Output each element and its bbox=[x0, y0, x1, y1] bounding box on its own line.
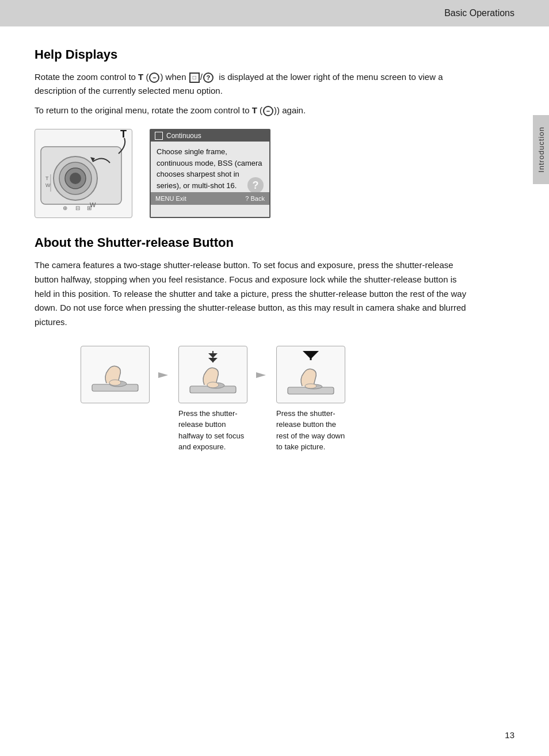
menu-footer-right: ? Back bbox=[245, 194, 265, 204]
arrow-svg-2 bbox=[253, 366, 270, 384]
shutter-release-section: About the Shutter-release Button The cam… bbox=[35, 235, 472, 453]
para1-text1: Rotate the zoom control to bbox=[35, 72, 138, 82]
header-bar: Basic Operations bbox=[0, 0, 549, 26]
para2-T: T bbox=[252, 105, 257, 115]
side-tab: Introduction bbox=[533, 115, 549, 184]
shutter-diagrams: Press the shutter-release button halfway… bbox=[81, 346, 472, 453]
header-title: Basic Operations bbox=[444, 8, 514, 18]
svg-point-23 bbox=[207, 382, 219, 388]
svg-marker-24 bbox=[256, 372, 266, 378]
menu-header-text: Continuous bbox=[166, 132, 201, 140]
menu-screen-footer: MENU Exit ? Back bbox=[151, 192, 269, 205]
help-displays-para2: To return to the original menu, rotate t… bbox=[35, 104, 472, 117]
page-number: 13 bbox=[505, 730, 514, 740]
menu-screen-illustration: Continuous Choose single frame, continuo… bbox=[150, 129, 270, 218]
shutter-svg-1 bbox=[184, 350, 242, 399]
icon-minus-circle2: − bbox=[263, 106, 273, 116]
shutter-svg-0 bbox=[86, 350, 144, 399]
svg-text:W: W bbox=[45, 182, 51, 188]
icon-question-circle: ? bbox=[203, 72, 214, 83]
svg-text:⊞: ⊞ bbox=[87, 205, 92, 211]
shutter-caption-2: Press the shutter-release button the res… bbox=[276, 408, 345, 453]
shutter-img-0 bbox=[81, 346, 150, 403]
icon-minus-circle: − bbox=[149, 72, 159, 83]
svg-text:⊕: ⊕ bbox=[63, 205, 67, 211]
menu-footer-left: MENU Exit bbox=[155, 194, 186, 204]
shutter-caption-1: Press the shutter-release button halfway… bbox=[178, 408, 247, 453]
svg-marker-17 bbox=[158, 372, 168, 378]
shutter-section-title: About the Shutter-release Button bbox=[35, 235, 472, 250]
icon-sq1: □ bbox=[189, 72, 200, 83]
shutter-svg-2 bbox=[282, 350, 340, 399]
shutter-img-2 bbox=[276, 346, 345, 403]
svg-point-4 bbox=[70, 173, 81, 184]
shutter-body-text: The camera features a two-stage shutter-… bbox=[35, 258, 472, 330]
svg-point-16 bbox=[109, 380, 121, 385]
side-tab-label: Introduction bbox=[537, 127, 546, 173]
menu-body-text: Choose single frame, continuous mode, BS… bbox=[157, 147, 262, 190]
shutter-step-1: Press the shutter-release button halfway… bbox=[178, 346, 247, 453]
arrow-svg-1 bbox=[155, 366, 173, 384]
help-displays-section: Help Displays Rotate the zoom control to… bbox=[35, 47, 472, 218]
menu-header-icon bbox=[155, 132, 163, 140]
question-mark-badge: ? bbox=[247, 177, 264, 193]
shutter-step-0 bbox=[81, 346, 150, 403]
para2-end: ) again. bbox=[277, 105, 306, 115]
menu-screen-body: Choose single frame, continuous mode, BS… bbox=[151, 142, 269, 205]
help-displays-title: Help Displays bbox=[35, 47, 472, 62]
help-displays-para1: Rotate the zoom control to T (−) when □/… bbox=[35, 70, 472, 98]
arrow-step-2 bbox=[247, 346, 276, 384]
arrow-step-1 bbox=[150, 346, 178, 384]
help-figures-row: T W ⊕ ⊟ ⊞ T W bbox=[35, 129, 472, 218]
shutter-img-1 bbox=[178, 346, 247, 403]
para2-text1: To return to the original menu, rotate t… bbox=[35, 105, 252, 115]
main-content: Help Displays Rotate the zoom control to… bbox=[0, 26, 518, 487]
camera-zoom-illustration: T W ⊕ ⊟ ⊞ T W bbox=[35, 129, 132, 218]
camera-zoom-svg: T W ⊕ ⊟ ⊞ T W bbox=[35, 129, 132, 218]
svg-text:T: T bbox=[120, 129, 127, 140]
svg-text:⊟: ⊟ bbox=[75, 205, 80, 211]
para1-T: T bbox=[138, 72, 143, 82]
svg-point-29 bbox=[305, 384, 317, 388]
svg-text:T: T bbox=[45, 175, 49, 181]
shutter-step-2: Press the shutter-release button the res… bbox=[276, 346, 345, 453]
menu-screen-header: Continuous bbox=[151, 130, 269, 142]
